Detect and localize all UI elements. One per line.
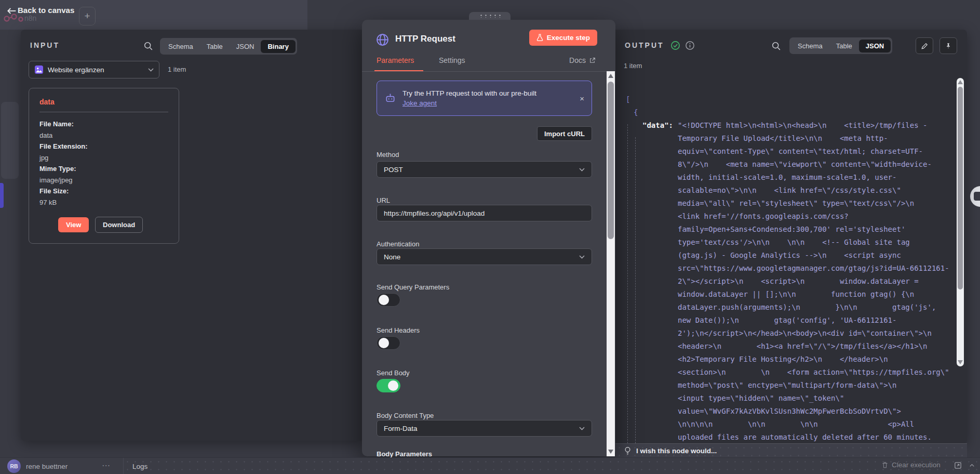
node-feedback-bar[interactable]: I wish this node would... bbox=[615, 443, 967, 457]
trash-icon bbox=[881, 461, 889, 469]
http-request-modal: HTTP Request Execute step Parameters Set… bbox=[362, 20, 615, 456]
docs-label: Docs bbox=[569, 56, 586, 64]
send-query-parameters-label: Send Query Parameters bbox=[377, 283, 449, 291]
drag-handle[interactable] bbox=[469, 12, 511, 20]
file-size-label: File Size: bbox=[39, 186, 168, 197]
robot-icon bbox=[384, 93, 396, 104]
n8n-logo-text: n8n bbox=[24, 14, 36, 22]
input-node-selector[interactable]: Website ergänzen bbox=[29, 61, 159, 78]
method-select[interactable]: POST bbox=[377, 161, 592, 178]
pin-data-button[interactable] bbox=[939, 37, 957, 54]
tab-output-schema[interactable]: Schema bbox=[791, 40, 829, 52]
chevron-down-icon bbox=[148, 68, 154, 72]
tab-settings[interactable]: Settings bbox=[439, 56, 465, 64]
input-panel: INPUT Schema Table JSON Binary Website e… bbox=[21, 30, 362, 441]
output-json-viewer[interactable]: [ { "data": "<!DOCTYPE html>\n<html>\n<h… bbox=[615, 75, 967, 443]
url-label: URL bbox=[377, 196, 390, 204]
clear-execution-button[interactable]: Clear execution bbox=[881, 461, 941, 469]
send-headers-label: Send Headers bbox=[377, 326, 420, 334]
search-icon[interactable] bbox=[771, 41, 781, 51]
output-scrollbar[interactable] bbox=[957, 78, 964, 366]
file-name-label: File Name: bbox=[39, 118, 168, 130]
method-label: Method bbox=[377, 151, 399, 159]
expand-logs-button[interactable] bbox=[968, 462, 976, 469]
prebuilt-agent-notice: Try the HTTP request tool with our pre-b… bbox=[377, 81, 592, 116]
tab-input-binary[interactable]: Binary bbox=[261, 40, 295, 53]
modal-scrollbar-thumb[interactable] bbox=[608, 82, 614, 239]
tab-output-json[interactable]: JSON bbox=[859, 40, 891, 52]
search-icon[interactable] bbox=[143, 41, 153, 51]
file-extension-label: File Extension: bbox=[39, 141, 168, 152]
avatar[interactable]: RB bbox=[7, 459, 21, 473]
view-button[interactable]: View bbox=[58, 217, 89, 232]
method-value: POST bbox=[384, 166, 579, 174]
body-content-type-label: Body Content Type bbox=[377, 412, 434, 419]
authentication-select[interactable]: None bbox=[377, 248, 592, 265]
node-title: HTTP Request bbox=[395, 34, 455, 44]
json-value: "<!DOCTYPE html>\n<html>\n<head>\n <titl… bbox=[678, 119, 954, 443]
tab-output-table[interactable]: Table bbox=[829, 40, 859, 52]
image-icon bbox=[34, 65, 44, 74]
url-input[interactable] bbox=[384, 209, 585, 217]
edit-output-button[interactable] bbox=[916, 37, 933, 54]
scroll-up-icon[interactable] bbox=[608, 74, 613, 78]
header-divider bbox=[362, 71, 615, 72]
logs-label[interactable]: Logs bbox=[132, 463, 147, 470]
tab-input-table[interactable]: Table bbox=[200, 40, 230, 53]
scroll-down-icon[interactable] bbox=[958, 360, 963, 364]
edge-floating-button[interactable] bbox=[970, 186, 980, 207]
input-panel-title: INPUT bbox=[30, 41, 60, 49]
tab-input-schema[interactable]: Schema bbox=[162, 40, 200, 53]
toggle-knob bbox=[388, 380, 398, 391]
json-key: "data": bbox=[642, 119, 673, 132]
output-panel-title: OUTPUT bbox=[625, 41, 664, 49]
modal-scrollbar[interactable] bbox=[607, 71, 615, 456]
popout-icon bbox=[954, 461, 962, 470]
pencil-icon bbox=[921, 42, 929, 50]
joke-agent-link[interactable]: Joke agent bbox=[402, 99, 437, 107]
json-open-brace: { bbox=[615, 106, 967, 119]
scroll-down-icon[interactable] bbox=[608, 450, 613, 454]
tab-parameters[interactable]: Parameters bbox=[377, 56, 414, 64]
lightbulb-icon bbox=[624, 446, 632, 455]
download-button[interactable]: Download bbox=[95, 217, 143, 233]
info-icon[interactable] bbox=[685, 41, 695, 50]
output-panel: OUTPUT Schema Table JSON bbox=[615, 30, 967, 443]
import-curl-button[interactable]: Import cURL bbox=[537, 126, 592, 141]
input-display-mode-tabs: Schema Table JSON Binary bbox=[160, 38, 297, 55]
new-tab-button[interactable]: + bbox=[79, 7, 96, 25]
output-display-mode-tabs: Schema Table JSON bbox=[789, 37, 892, 54]
back-to-canvas-link[interactable]: Back to canvas bbox=[18, 6, 74, 15]
divider bbox=[123, 458, 124, 474]
binary-key: data bbox=[39, 98, 168, 106]
chevron-down-icon bbox=[579, 168, 585, 172]
send-body-label: Send Body bbox=[377, 369, 410, 377]
output-scrollbar-thumb[interactable] bbox=[958, 87, 963, 289]
mime-type-label: Mime Type: bbox=[39, 163, 168, 175]
send-query-parameters-toggle[interactable] bbox=[377, 293, 400, 307]
authentication-label: Authentication bbox=[377, 240, 419, 248]
binary-data-card: data File Name: data File Extension: jpg… bbox=[29, 88, 179, 244]
success-check-icon bbox=[670, 41, 680, 50]
chevron-down-icon bbox=[579, 427, 585, 430]
execute-step-button[interactable]: Execute step bbox=[529, 30, 597, 46]
tab-input-json[interactable]: JSON bbox=[230, 40, 261, 53]
file-size-value: 97 kB bbox=[39, 197, 168, 208]
scroll-up-icon[interactable] bbox=[958, 80, 963, 84]
send-headers-toggle[interactable] bbox=[377, 336, 400, 350]
user-name: rene buettner bbox=[26, 463, 68, 470]
dimmed-canvas-node bbox=[1, 102, 19, 179]
n8n-node-detail-view: n8n Back to canvas + INPUT Schema Table … bbox=[0, 0, 980, 474]
node-feedback-text: I wish this node would... bbox=[636, 447, 717, 455]
output-items-count: 1 item bbox=[624, 62, 642, 70]
docs-link[interactable]: Docs bbox=[569, 56, 596, 64]
body-content-type-select[interactable]: Form-Data bbox=[377, 420, 592, 437]
flask-icon bbox=[536, 34, 543, 42]
user-menu-dots[interactable]: ⋯ bbox=[102, 460, 111, 470]
send-body-toggle[interactable] bbox=[377, 379, 400, 392]
back-arrow-icon[interactable] bbox=[6, 7, 17, 15]
globe-icon bbox=[375, 33, 390, 47]
popout-logs-button[interactable] bbox=[954, 461, 962, 470]
close-icon[interactable]: × bbox=[580, 94, 584, 103]
external-link-icon bbox=[589, 57, 596, 64]
